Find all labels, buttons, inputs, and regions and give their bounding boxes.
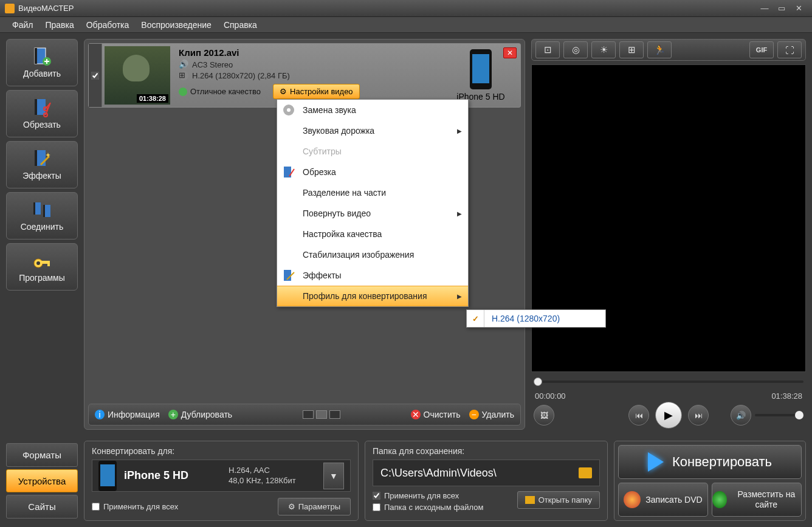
- view-list-icon[interactable]: [303, 410, 314, 419]
- view-grid-icon[interactable]: [329, 410, 340, 419]
- svg-rect-4: [35, 99, 37, 115]
- minus-icon: −: [469, 410, 479, 419]
- ctx-replace-audio[interactable]: Замена звука: [277, 100, 468, 120]
- folder-apply-all-checkbox[interactable]: [373, 492, 380, 500]
- save-folder-panel: Папка для сохранения: C:\Users\Admin\Vid…: [365, 441, 608, 521]
- menu-file[interactable]: Файл: [6, 18, 39, 32]
- view-mode-toggle[interactable]: [303, 410, 340, 419]
- open-folder-button[interactable]: Открыть папку: [517, 491, 600, 509]
- enhance-tool-button[interactable]: ◎: [563, 41, 588, 58]
- video-settings-menu: Замена звука Звуковая дорожка▶ Субтитры …: [277, 99, 469, 307]
- profile-selector[interactable]: iPhone 5 HD H.264, AAC 48,0 KHz, 128Кбит…: [92, 460, 351, 492]
- svg-rect-1: [35, 48, 37, 64]
- gif-button[interactable]: GIF: [749, 41, 774, 58]
- time-display: 00:00:00 01:38:28: [531, 391, 806, 401]
- clip-duration-badge: 01:38:28: [137, 94, 168, 103]
- menu-playback[interactable]: Воспроизведение: [135, 18, 218, 32]
- film-add-icon: [32, 47, 52, 66]
- preview-panel: ⊡ ◎ ☀ ⊞ 🏃 GIF ⛶ 00:00:00 01:38:28 🖼 ⏮ ▶ …: [531, 39, 806, 430]
- output-tabs: Форматы Устройства Сайты: [6, 443, 78, 521]
- frame-tool-button[interactable]: ⊞: [619, 41, 644, 58]
- seek-thumb[interactable]: [534, 377, 542, 386]
- seek-bar[interactable]: [534, 376, 803, 388]
- convert-arrow-icon: [648, 452, 664, 472]
- prev-button[interactable]: ⏮: [628, 405, 649, 425]
- menu-processing[interactable]: Обработка: [80, 18, 136, 32]
- disc-icon: [624, 491, 641, 508]
- plus-icon: +: [168, 410, 178, 419]
- video-settings-label: Настройки видео: [290, 87, 353, 96]
- burn-dvd-label: Записать DVD: [645, 495, 702, 505]
- view-compact-icon[interactable]: [316, 410, 327, 419]
- folder-icon[interactable]: [579, 467, 592, 478]
- speaker-icon: 🔊: [179, 60, 188, 69]
- same-folder-checkbox[interactable]: [373, 503, 380, 511]
- ctx-rotate[interactable]: Повернуть видео▶: [277, 203, 468, 224]
- video-settings-button[interactable]: ⚙Настройки видео: [273, 84, 360, 99]
- snapshot-button[interactable]: 🖼: [534, 405, 554, 425]
- tab-sites[interactable]: Сайты: [6, 495, 78, 518]
- convert-button[interactable]: Конвертировать: [618, 445, 802, 479]
- actions-panel: Конвертировать Записать DVD Разместить н…: [614, 441, 806, 521]
- sidebar-add-label: Добавить: [23, 69, 61, 78]
- apply-all-checkbox[interactable]: [92, 503, 100, 511]
- ctx-split[interactable]: Разделение на части: [277, 182, 468, 203]
- clip-video: H.264 (1280x720) (2,84 ГБ): [192, 71, 290, 80]
- profile-submenu: ✓ H.264 (1280x720): [466, 309, 606, 328]
- submenu-profile-item[interactable]: H.264 (1280x720): [484, 310, 605, 327]
- save-folder-heading: Папка для сохранения:: [373, 446, 600, 456]
- sidebar-add-button[interactable]: Добавить: [6, 39, 78, 86]
- current-time: 00:00:00: [535, 391, 566, 401]
- app-title: ВидеоМАСТЕР: [18, 4, 756, 13]
- ctx-quality[interactable]: Настройка качества: [277, 224, 468, 244]
- next-button[interactable]: ⏭: [688, 405, 709, 425]
- fullscreen-button[interactable]: ⛶: [777, 41, 802, 58]
- play-button[interactable]: ▶: [655, 402, 682, 429]
- tab-formats[interactable]: Форматы: [6, 443, 78, 467]
- quality-text: Отличное качество: [190, 87, 261, 96]
- menu-help[interactable]: Справка: [218, 18, 263, 32]
- tab-devices[interactable]: Устройства: [6, 469, 78, 493]
- ctx-effects[interactable]: Эффекты: [277, 265, 468, 286]
- crop-tool-button[interactable]: ⊡: [535, 41, 560, 58]
- list-toolbar: iИнформация +Дублировать ✕Очистить −Удал…: [88, 404, 521, 425]
- ctx-stabilize[interactable]: Стабилизация изображения: [277, 244, 468, 265]
- mute-button[interactable]: 🔊: [731, 405, 751, 425]
- sidebar-programs-button[interactable]: Программы: [6, 243, 78, 291]
- svg-point-14: [36, 261, 40, 265]
- clear-button[interactable]: ✕Очистить: [411, 410, 461, 419]
- sidebar-trim-button[interactable]: Обрезать: [6, 90, 78, 137]
- app-icon: [5, 4, 15, 13]
- delete-button[interactable]: −Удалить: [469, 410, 514, 419]
- film-join-icon: [32, 200, 52, 219]
- minimize-button[interactable]: —: [756, 4, 773, 13]
- sidebar-join-button[interactable]: Соединить: [6, 192, 78, 239]
- folder-apply-all-label: Применить для всех: [384, 491, 459, 500]
- output-path[interactable]: C:\Users\Admin\Videos\: [373, 460, 600, 486]
- submenu-check-icon: ✓: [467, 314, 484, 323]
- ctx-trim[interactable]: Обрезка: [277, 162, 468, 182]
- info-button[interactable]: iИнформация: [95, 410, 160, 419]
- profile-dropdown-button[interactable]: ▼: [323, 463, 344, 489]
- key-icon: [32, 251, 52, 270]
- speed-tool-button[interactable]: 🏃: [647, 41, 672, 58]
- close-button[interactable]: ✕: [790, 4, 807, 13]
- clip-remove-button[interactable]: ✕: [503, 47, 517, 58]
- volume-slider[interactable]: [755, 414, 803, 416]
- clip-row[interactable]: 01:38:28 Клип 2012.avi 🔊AC3 Stereo ⊞H.26…: [88, 43, 521, 108]
- maximize-button[interactable]: ▭: [773, 4, 790, 13]
- brightness-tool-button[interactable]: ☀: [591, 41, 616, 58]
- burn-dvd-button[interactable]: Записать DVD: [618, 483, 708, 517]
- sidebar-effects-button[interactable]: Эффекты: [6, 141, 78, 188]
- publish-button[interactable]: Разместить на сайте: [712, 483, 802, 517]
- menu-edit[interactable]: Правка: [39, 18, 80, 32]
- sidebar-programs-label: Программы: [19, 273, 65, 283]
- sidebar-effects-label: Эффекты: [22, 171, 61, 181]
- ctx-audio-track[interactable]: Звуковая дорожка▶: [277, 120, 468, 141]
- ctx-profile[interactable]: Профиль для конвертирования▶: [277, 286, 468, 306]
- duplicate-button[interactable]: +Дублировать: [168, 410, 232, 419]
- clip-checkbox[interactable]: [91, 72, 99, 80]
- volume-thumb[interactable]: [795, 411, 803, 419]
- params-button[interactable]: ⚙Параметры: [278, 498, 351, 515]
- bottom-panel: Форматы Устройства Сайты Конвертировать …: [0, 436, 812, 527]
